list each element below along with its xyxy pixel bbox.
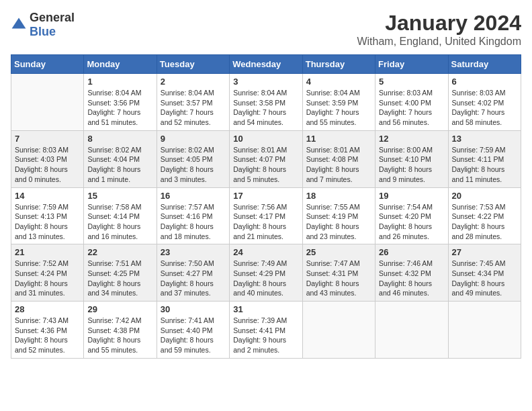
calendar-cell: 14Sunrise: 7:59 AM Sunset: 4:13 PM Dayli… bbox=[11, 187, 84, 244]
calendar-cell: 28Sunrise: 7:43 AM Sunset: 4:36 PM Dayli… bbox=[11, 302, 84, 359]
day-number: 18 bbox=[306, 191, 371, 201]
day-number: 29 bbox=[87, 304, 152, 314]
day-info: Sunrise: 7:54 AM Sunset: 4:20 PM Dayligh… bbox=[379, 202, 444, 242]
day-number: 11 bbox=[306, 134, 371, 144]
day-number: 8 bbox=[87, 134, 152, 144]
day-info: Sunrise: 7:59 AM Sunset: 4:11 PM Dayligh… bbox=[452, 145, 517, 185]
day-number: 1 bbox=[87, 77, 152, 87]
day-info: Sunrise: 8:04 AM Sunset: 3:58 PM Dayligh… bbox=[233, 88, 298, 128]
calendar-cell bbox=[375, 302, 448, 359]
calendar-cell: 25Sunrise: 7:47 AM Sunset: 4:31 PM Dayli… bbox=[302, 244, 375, 302]
day-number: 16 bbox=[161, 191, 226, 201]
calendar-cell: 19Sunrise: 7:54 AM Sunset: 4:20 PM Dayli… bbox=[375, 187, 448, 244]
day-info: Sunrise: 8:04 AM Sunset: 3:56 PM Dayligh… bbox=[87, 88, 152, 128]
day-number: 17 bbox=[233, 191, 298, 201]
day-number: 31 bbox=[233, 304, 298, 314]
day-info: Sunrise: 8:04 AM Sunset: 3:57 PM Dayligh… bbox=[161, 88, 226, 128]
calendar-cell: 22Sunrise: 7:51 AM Sunset: 4:25 PM Dayli… bbox=[84, 244, 157, 302]
day-info: Sunrise: 7:51 AM Sunset: 4:25 PM Dayligh… bbox=[87, 259, 152, 298]
day-number: 13 bbox=[452, 134, 517, 144]
calendar-cell: 11Sunrise: 8:01 AM Sunset: 4:08 PM Dayli… bbox=[302, 130, 375, 187]
calendar-cell bbox=[448, 302, 521, 359]
day-header-monday: Monday bbox=[84, 55, 157, 74]
calendar-cell: 23Sunrise: 7:50 AM Sunset: 4:27 PM Dayli… bbox=[157, 244, 229, 302]
calendar-cell: 27Sunrise: 7:45 AM Sunset: 4:34 PM Dayli… bbox=[448, 244, 521, 302]
logo-general: General bbox=[30, 11, 75, 24]
day-info: Sunrise: 7:46 AM Sunset: 4:32 PM Dayligh… bbox=[379, 259, 444, 298]
day-number: 6 bbox=[452, 77, 517, 87]
day-info: Sunrise: 8:01 AM Sunset: 4:08 PM Dayligh… bbox=[306, 145, 371, 185]
day-number: 5 bbox=[379, 77, 444, 87]
day-info: Sunrise: 7:43 AM Sunset: 4:36 PM Dayligh… bbox=[15, 316, 80, 355]
calendar-cell: 15Sunrise: 7:58 AM Sunset: 4:14 PM Dayli… bbox=[84, 187, 157, 244]
calendar-week-row: 14Sunrise: 7:59 AM Sunset: 4:13 PM Dayli… bbox=[11, 187, 521, 244]
calendar-cell: 31Sunrise: 7:39 AM Sunset: 4:41 PM Dayli… bbox=[230, 302, 302, 359]
calendar-cell: 10Sunrise: 8:01 AM Sunset: 4:07 PM Dayli… bbox=[230, 130, 302, 187]
logo-icon bbox=[11, 17, 27, 33]
calendar-header-row: SundayMondayTuesdayWednesdayThursdayFrid… bbox=[11, 55, 521, 74]
day-header-thursday: Thursday bbox=[302, 55, 375, 74]
calendar-body: 1Sunrise: 8:04 AM Sunset: 3:56 PM Daylig… bbox=[11, 74, 521, 359]
day-number: 3 bbox=[233, 77, 298, 87]
day-number: 21 bbox=[15, 247, 80, 257]
day-info: Sunrise: 7:49 AM Sunset: 4:29 PM Dayligh… bbox=[233, 259, 298, 298]
day-info: Sunrise: 7:56 AM Sunset: 4:17 PM Dayligh… bbox=[233, 202, 298, 242]
calendar-week-row: 28Sunrise: 7:43 AM Sunset: 4:36 PM Dayli… bbox=[11, 302, 521, 359]
day-number: 19 bbox=[379, 191, 444, 201]
calendar-cell: 8Sunrise: 8:02 AM Sunset: 4:04 PM Daylig… bbox=[84, 130, 157, 187]
day-number: 4 bbox=[306, 77, 371, 87]
calendar-cell: 26Sunrise: 7:46 AM Sunset: 4:32 PM Dayli… bbox=[375, 244, 448, 302]
calendar-cell: 13Sunrise: 7:59 AM Sunset: 4:11 PM Dayli… bbox=[448, 130, 521, 187]
day-header-saturday: Saturday bbox=[448, 55, 521, 74]
calendar-cell bbox=[302, 302, 375, 359]
day-info: Sunrise: 8:04 AM Sunset: 3:59 PM Dayligh… bbox=[306, 88, 371, 128]
calendar-cell: 1Sunrise: 8:04 AM Sunset: 3:56 PM Daylig… bbox=[84, 74, 157, 131]
day-number: 24 bbox=[233, 247, 298, 257]
calendar-cell: 18Sunrise: 7:55 AM Sunset: 4:19 PM Dayli… bbox=[302, 187, 375, 244]
day-header-wednesday: Wednesday bbox=[230, 55, 302, 74]
calendar-cell: 4Sunrise: 8:04 AM Sunset: 3:59 PM Daylig… bbox=[302, 74, 375, 131]
calendar-cell: 30Sunrise: 7:41 AM Sunset: 4:40 PM Dayli… bbox=[157, 302, 229, 359]
logo: General Blue bbox=[11, 11, 75, 39]
calendar-week-row: 1Sunrise: 8:04 AM Sunset: 3:56 PM Daylig… bbox=[11, 74, 521, 131]
calendar-cell: 16Sunrise: 7:57 AM Sunset: 4:16 PM Dayli… bbox=[157, 187, 229, 244]
day-number: 10 bbox=[233, 134, 298, 144]
calendar-cell: 5Sunrise: 8:03 AM Sunset: 4:00 PM Daylig… bbox=[375, 74, 448, 131]
day-info: Sunrise: 7:42 AM Sunset: 4:38 PM Dayligh… bbox=[87, 316, 152, 355]
calendar-week-row: 21Sunrise: 7:52 AM Sunset: 4:24 PM Dayli… bbox=[11, 244, 521, 302]
calendar-week-row: 7Sunrise: 8:03 AM Sunset: 4:03 PM Daylig… bbox=[11, 130, 521, 187]
day-info: Sunrise: 8:03 AM Sunset: 4:02 PM Dayligh… bbox=[452, 88, 517, 128]
day-number: 9 bbox=[161, 134, 226, 144]
day-number: 26 bbox=[379, 247, 444, 257]
day-number: 30 bbox=[161, 304, 226, 314]
day-info: Sunrise: 7:45 AM Sunset: 4:34 PM Dayligh… bbox=[452, 259, 517, 298]
day-number: 15 bbox=[87, 191, 152, 201]
logo-text: General Blue bbox=[30, 11, 75, 39]
day-info: Sunrise: 7:53 AM Sunset: 4:22 PM Dayligh… bbox=[452, 202, 517, 242]
calendar-cell: 29Sunrise: 7:42 AM Sunset: 4:38 PM Dayli… bbox=[84, 302, 157, 359]
day-info: Sunrise: 7:58 AM Sunset: 4:14 PM Dayligh… bbox=[87, 202, 152, 242]
calendar-cell: 12Sunrise: 8:00 AM Sunset: 4:10 PM Dayli… bbox=[375, 130, 448, 187]
calendar-cell: 24Sunrise: 7:49 AM Sunset: 4:29 PM Dayli… bbox=[230, 244, 302, 302]
calendar-cell: 3Sunrise: 8:04 AM Sunset: 3:58 PM Daylig… bbox=[230, 74, 302, 131]
day-info: Sunrise: 7:52 AM Sunset: 4:24 PM Dayligh… bbox=[15, 259, 80, 298]
day-info: Sunrise: 8:03 AM Sunset: 4:00 PM Dayligh… bbox=[379, 88, 444, 128]
calendar-table: SundayMondayTuesdayWednesdayThursdayFrid… bbox=[11, 54, 521, 359]
day-info: Sunrise: 8:00 AM Sunset: 4:10 PM Dayligh… bbox=[379, 145, 444, 185]
svg-marker-0 bbox=[12, 18, 26, 29]
day-info: Sunrise: 8:03 AM Sunset: 4:03 PM Dayligh… bbox=[15, 145, 80, 185]
location-title: Witham, England, United Kingdom bbox=[357, 36, 521, 48]
month-title: January 2024 bbox=[357, 11, 521, 36]
day-info: Sunrise: 7:59 AM Sunset: 4:13 PM Dayligh… bbox=[15, 202, 80, 242]
day-info: Sunrise: 7:41 AM Sunset: 4:40 PM Dayligh… bbox=[161, 316, 226, 355]
day-info: Sunrise: 8:02 AM Sunset: 4:04 PM Dayligh… bbox=[87, 145, 152, 185]
day-number: 27 bbox=[452, 247, 517, 257]
day-number: 7 bbox=[15, 134, 80, 144]
day-info: Sunrise: 7:57 AM Sunset: 4:16 PM Dayligh… bbox=[161, 202, 226, 242]
day-info: Sunrise: 7:50 AM Sunset: 4:27 PM Dayligh… bbox=[161, 259, 226, 298]
day-number: 22 bbox=[87, 247, 152, 257]
calendar-cell bbox=[11, 74, 84, 131]
calendar-cell: 2Sunrise: 8:04 AM Sunset: 3:57 PM Daylig… bbox=[157, 74, 229, 131]
calendar-cell: 21Sunrise: 7:52 AM Sunset: 4:24 PM Dayli… bbox=[11, 244, 84, 302]
day-header-tuesday: Tuesday bbox=[157, 55, 229, 74]
